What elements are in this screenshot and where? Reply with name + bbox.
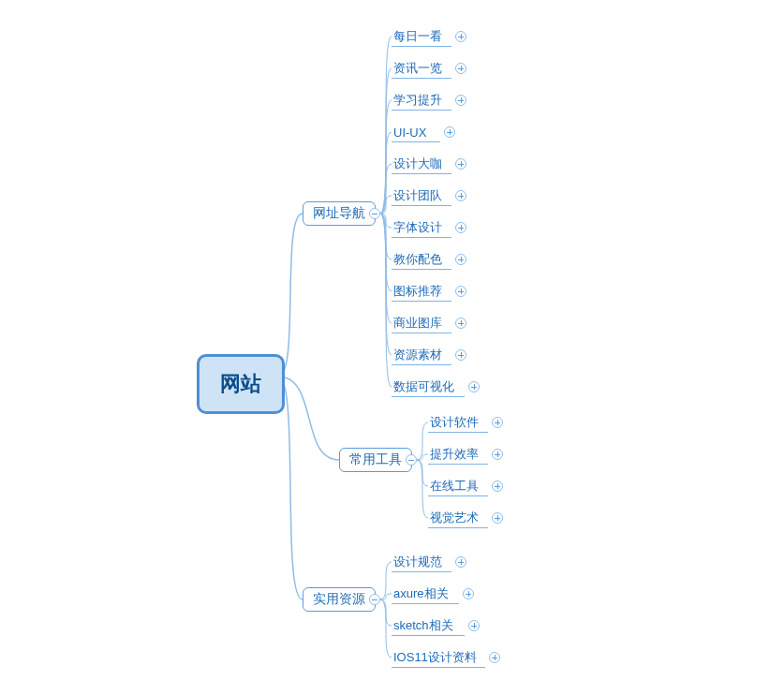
leaf-underline bbox=[392, 205, 451, 206]
leaf-underline bbox=[392, 269, 451, 270]
leaf-underline bbox=[392, 603, 459, 604]
expand-icon[interactable] bbox=[455, 190, 466, 201]
leaf-node[interactable]: 图标推荐 bbox=[393, 281, 442, 302]
expand-icon[interactable] bbox=[455, 222, 466, 233]
leaf-underline bbox=[392, 333, 451, 333]
leaf-label: 设计软件 bbox=[430, 414, 479, 431]
category-nav[interactable]: 网址导航 bbox=[303, 201, 376, 226]
leaf-node[interactable]: 资源素材 bbox=[393, 345, 442, 365]
expand-icon[interactable] bbox=[455, 286, 466, 297]
leaf-underline bbox=[428, 495, 488, 496]
leaf-label: 设计规范 bbox=[393, 554, 442, 570]
expand-icon[interactable] bbox=[468, 381, 480, 392]
collapse-icon[interactable] bbox=[369, 594, 380, 605]
leaf-underline bbox=[392, 301, 451, 302]
expand-icon[interactable] bbox=[455, 349, 466, 361]
expand-icon[interactable] bbox=[455, 556, 466, 568]
leaf-label: UI-UX bbox=[393, 126, 426, 140]
leaf-label: 设计团队 bbox=[393, 187, 442, 204]
expand-icon[interactable] bbox=[463, 588, 474, 599]
leaf-underline bbox=[392, 364, 451, 365]
leaf-node[interactable]: 数据可视化 bbox=[393, 377, 454, 397]
leaf-node[interactable]: 资讯一览 bbox=[393, 58, 442, 79]
leaf-underline bbox=[392, 78, 451, 79]
leaf-label: 每日一看 bbox=[393, 28, 442, 45]
category-label: 常用工具 bbox=[349, 451, 402, 468]
leaf-node[interactable]: 学习提升 bbox=[393, 90, 442, 111]
expand-icon[interactable] bbox=[492, 417, 503, 428]
leaf-label: 图标推荐 bbox=[393, 283, 442, 300]
leaf-node[interactable]: 商业图库 bbox=[393, 313, 442, 333]
leaf-underline bbox=[392, 396, 465, 397]
leaf-label: 视觉艺术 bbox=[430, 510, 479, 526]
leaf-label: 数据可视化 bbox=[393, 378, 454, 395]
leaf-label: 商业图库 bbox=[393, 315, 442, 332]
leaf-node[interactable]: 设计软件 bbox=[430, 412, 479, 433]
leaf-underline bbox=[392, 667, 485, 668]
leaf-node[interactable]: IOS11设计资料 bbox=[393, 647, 477, 668]
leaf-underline bbox=[428, 464, 488, 465]
expand-icon[interactable] bbox=[455, 95, 466, 106]
leaf-label: axure相关 bbox=[393, 585, 449, 602]
root-node[interactable]: 网站 bbox=[197, 354, 285, 414]
mindmap-connectors bbox=[0, 0, 784, 695]
expand-icon[interactable] bbox=[455, 254, 466, 265]
leaf-underline bbox=[392, 571, 451, 572]
expand-icon[interactable] bbox=[455, 158, 466, 170]
leaf-node[interactable]: 设计规范 bbox=[393, 552, 442, 572]
leaf-underline bbox=[428, 432, 488, 433]
leaf-label: 设计大咖 bbox=[393, 155, 442, 172]
leaf-underline bbox=[428, 527, 488, 528]
expand-icon[interactable] bbox=[455, 31, 466, 42]
leaf-label: sketch相关 bbox=[393, 617, 453, 634]
leaf-label: IOS11设计资料 bbox=[393, 649, 477, 666]
category-label: 网址导航 bbox=[313, 205, 365, 222]
leaf-node[interactable]: 每日一看 bbox=[393, 26, 442, 47]
leaf-node[interactable]: 视觉艺术 bbox=[430, 508, 479, 528]
expand-icon[interactable] bbox=[468, 620, 480, 631]
leaf-label: 资源素材 bbox=[393, 347, 442, 363]
leaf-node[interactable]: 教你配色 bbox=[393, 249, 442, 270]
expand-icon[interactable] bbox=[444, 126, 455, 138]
leaf-underline bbox=[392, 110, 451, 111]
category-label: 实用资源 bbox=[313, 591, 365, 608]
leaf-label: 在线工具 bbox=[430, 478, 479, 495]
expand-icon[interactable] bbox=[489, 652, 500, 663]
leaf-node[interactable]: UI-UX bbox=[393, 122, 426, 142]
expand-icon[interactable] bbox=[455, 318, 466, 329]
leaf-label: 提升效率 bbox=[430, 446, 479, 463]
leaf-underline bbox=[392, 237, 451, 238]
collapse-icon[interactable] bbox=[369, 208, 380, 219]
leaf-node[interactable]: 提升效率 bbox=[430, 444, 479, 465]
expand-icon[interactable] bbox=[492, 481, 503, 492]
leaf-label: 教你配色 bbox=[393, 251, 442, 268]
leaf-label: 资讯一览 bbox=[393, 60, 442, 77]
leaf-node[interactable]: sketch相关 bbox=[393, 615, 453, 636]
leaf-node[interactable]: 设计团队 bbox=[393, 185, 442, 206]
category-tools[interactable]: 常用工具 bbox=[339, 448, 412, 472]
expand-icon[interactable] bbox=[492, 512, 503, 524]
root-label: 网站 bbox=[220, 370, 261, 398]
leaf-label: 学习提升 bbox=[393, 92, 442, 109]
leaf-underline bbox=[392, 173, 451, 174]
leaf-underline bbox=[392, 141, 440, 142]
leaf-underline bbox=[392, 46, 451, 47]
leaf-label: 字体设计 bbox=[393, 219, 442, 236]
leaf-node[interactable]: 字体设计 bbox=[393, 217, 442, 238]
leaf-node[interactable]: axure相关 bbox=[393, 584, 449, 604]
leaf-node[interactable]: 设计大咖 bbox=[393, 154, 442, 174]
expand-icon[interactable] bbox=[492, 449, 503, 460]
category-res[interactable]: 实用资源 bbox=[303, 587, 376, 612]
leaf-node[interactable]: 在线工具 bbox=[430, 476, 479, 496]
collapse-icon[interactable] bbox=[406, 454, 417, 466]
leaf-underline bbox=[392, 635, 465, 636]
expand-icon[interactable] bbox=[455, 63, 466, 74]
